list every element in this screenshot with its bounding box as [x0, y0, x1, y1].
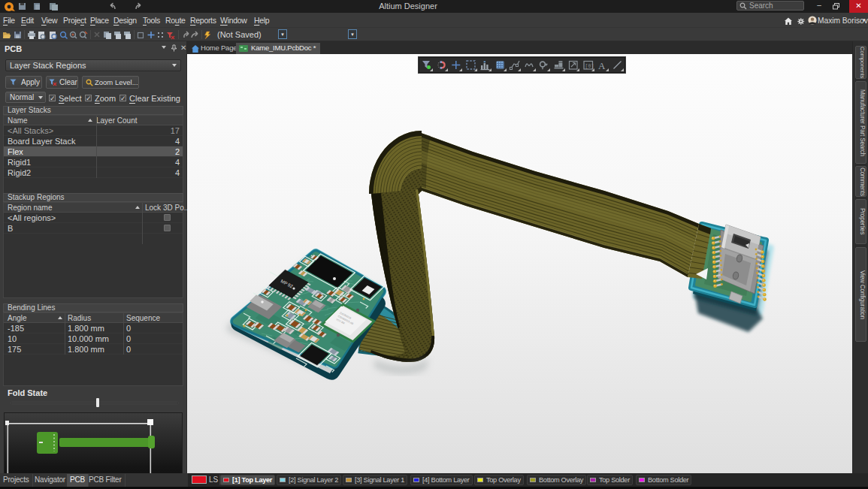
svg-text:A: A	[598, 60, 606, 71]
